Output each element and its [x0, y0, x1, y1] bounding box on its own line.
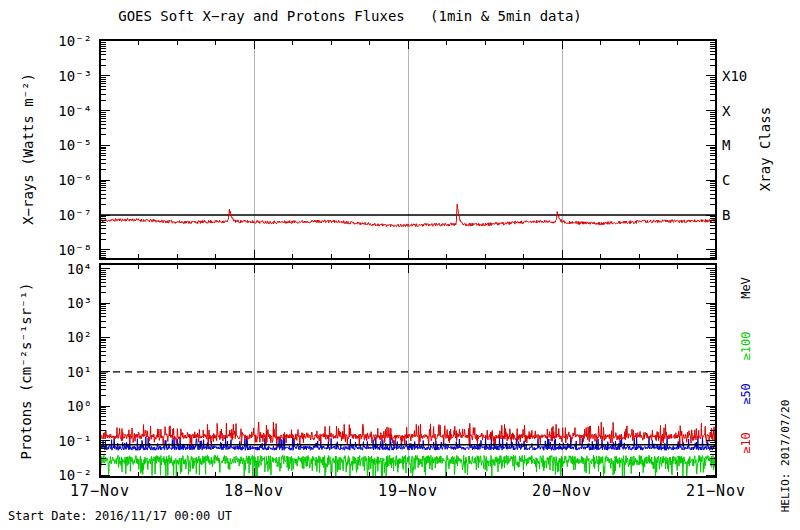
x-date-label: 20−Nov — [517, 483, 607, 500]
xray-class-label: X10 — [722, 68, 774, 84]
xray-class-label: C — [722, 172, 774, 188]
proton-energy-label: ≥10 — [739, 403, 753, 483]
y-tick-label: 10⁻² — [28, 467, 92, 483]
y-tick-label: 10⁻² — [28, 33, 92, 49]
y-tick-label: 10³ — [28, 295, 92, 311]
figure-title: GOES Soft X−ray and Protons Fluxes (1min… — [92, 8, 608, 24]
y-tick-label: 10⁻¹ — [28, 433, 92, 449]
helio-credit: HELIO: 2017/07/20 — [780, 391, 792, 521]
xray-class-label: M — [722, 137, 774, 153]
y-tick-label: 10⁰ — [28, 398, 92, 414]
x-date-label: 21−Nov — [671, 483, 761, 500]
y-tick-label: 10⁻⁷ — [28, 207, 92, 223]
y-tick-label: 10⁻⁸ — [28, 242, 92, 258]
y-tick-label: 10⁴ — [28, 261, 92, 277]
x-date-label: 19−Nov — [363, 483, 453, 500]
chart-canvas — [0, 0, 800, 530]
x-date-label: 18−Nov — [209, 483, 299, 500]
y-tick-label: 10² — [28, 329, 92, 345]
y-tick-label: 10⁻³ — [28, 68, 92, 84]
y-tick-label: 10¹ — [28, 364, 92, 380]
y-tick-label: 10⁻⁵ — [28, 137, 92, 153]
x-date-label: 17−Nov — [55, 483, 145, 500]
xray-class-label: B — [722, 207, 774, 223]
y-tick-label: 10⁻⁶ — [28, 172, 92, 188]
goes-flux-plot: GOES Soft X−ray and Protons Fluxes (1min… — [0, 0, 800, 530]
xray-class-label: X — [722, 103, 774, 119]
start-date-note: Start Date: 2016/11/17 00:00 UT — [8, 509, 232, 523]
y-tick-label: 10⁻⁴ — [28, 103, 92, 119]
